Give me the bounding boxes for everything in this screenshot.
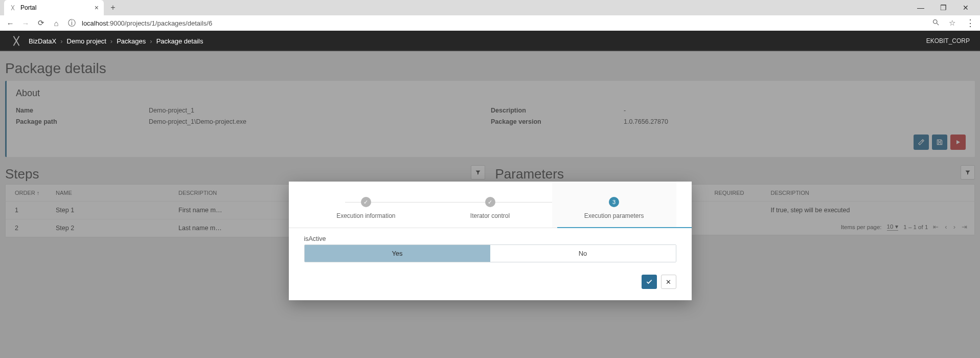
user-label[interactable]: EKOBIT_CORP <box>926 37 970 44</box>
browser-menu-icon[interactable]: ⋮ <box>966 17 975 29</box>
url-path: :9000/projects/1/packages/details/6 <box>108 19 212 27</box>
nav-back-icon[interactable]: ← <box>5 19 15 28</box>
chevron-right-icon: › <box>150 37 152 45</box>
stepper-step-2[interactable]: ✓ Iterator control <box>428 197 552 219</box>
tab-title: Portal <box>20 4 36 11</box>
browser-tab-bar: Portal × + — ❐ ✕ <box>0 0 980 15</box>
bookmark-star-icon[interactable]: ☆ <box>947 18 956 28</box>
isactive-toggle: Yes No <box>304 244 676 262</box>
new-tab-button[interactable]: + <box>106 1 120 15</box>
url-display[interactable]: localhost:9000/projects/1/packages/detai… <box>82 19 926 27</box>
app-header: BizDataX › Demo project › Packages › Pac… <box>0 31 980 51</box>
step-label: Execution parameters <box>552 212 676 219</box>
site-info-icon[interactable]: ⓘ <box>66 18 77 28</box>
zoom-icon[interactable] <box>931 18 940 28</box>
browser-tab[interactable]: Portal × <box>4 0 104 15</box>
stepper-indicator <box>557 227 691 228</box>
stepper-step-1[interactable]: ✓ Execution information <box>304 197 428 219</box>
toggle-yes[interactable]: Yes <box>305 245 490 262</box>
app-logo-icon[interactable] <box>10 35 22 47</box>
chevron-right-icon: › <box>60 37 62 45</box>
window-minimize-button[interactable]: — <box>911 1 930 15</box>
breadcrumb-current: Package details <box>156 37 203 45</box>
breadcrumb-packages[interactable]: Packages <box>117 37 146 45</box>
param-label: isActive <box>304 235 676 242</box>
window-close-button[interactable]: ✕ <box>956 1 975 15</box>
url-host: localhost <box>82 19 108 27</box>
tab-close-icon[interactable]: × <box>95 4 99 12</box>
step-number-icon: 3 <box>609 197 619 207</box>
cancel-button[interactable]: ✕ <box>661 275 676 289</box>
nav-home-icon[interactable]: ⌂ <box>51 19 61 28</box>
svg-point-0 <box>933 20 937 24</box>
breadcrumb: BizDataX › Demo project › Packages › Pac… <box>29 37 203 45</box>
modal-stepper: ✓ Execution information ✓ Iterator contr… <box>289 182 692 228</box>
tab-favicon <box>9 4 16 11</box>
svg-line-1 <box>937 23 939 25</box>
window-maximize-button[interactable]: ❐ <box>934 1 952 15</box>
nav-forward-icon: → <box>20 19 31 28</box>
step-label: Iterator control <box>428 212 552 219</box>
execution-modal: ✓ Execution information ✓ Iterator contr… <box>289 182 692 300</box>
breadcrumb-project[interactable]: Demo project <box>67 37 106 45</box>
browser-address-bar: ← → ⟳ ⌂ ⓘ localhost:9000/projects/1/pack… <box>0 15 980 31</box>
toggle-no[interactable]: No <box>490 245 676 262</box>
chevron-right-icon: › <box>110 37 112 45</box>
check-icon: ✓ <box>485 197 495 207</box>
nav-reload-icon[interactable]: ⟳ <box>36 18 46 28</box>
confirm-button[interactable] <box>642 275 657 289</box>
check-icon: ✓ <box>361 197 371 207</box>
stepper-step-3[interactable]: 3 Execution parameters <box>552 182 676 228</box>
step-label: Execution information <box>304 212 428 219</box>
breadcrumb-root[interactable]: BizDataX <box>29 37 56 45</box>
